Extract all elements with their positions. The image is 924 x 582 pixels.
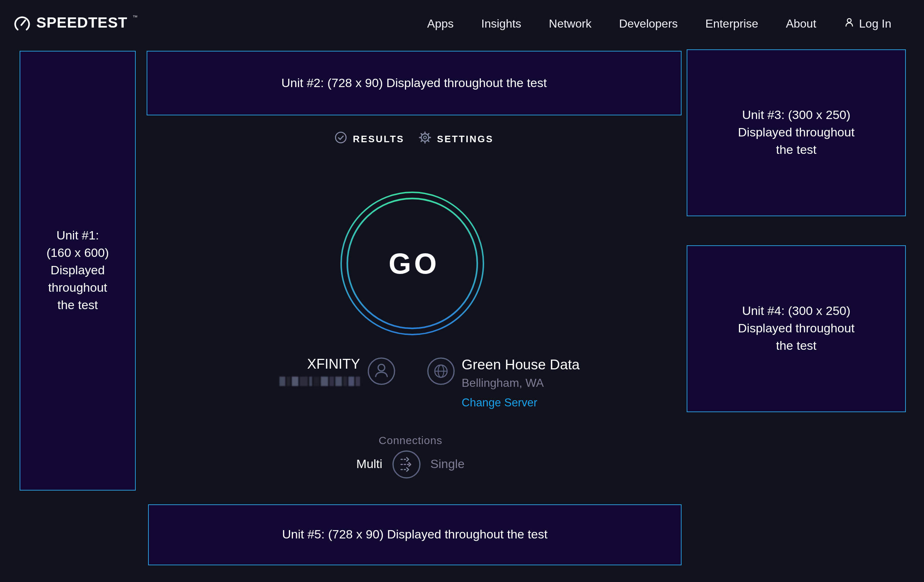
login-button[interactable]: Log In — [844, 17, 891, 30]
check-circle-icon — [335, 131, 347, 146]
nav-item-network[interactable]: Network — [549, 17, 591, 30]
isp-avatar-icon — [367, 357, 396, 385]
gauge-logo-icon — [13, 13, 31, 35]
redacted-ip — [279, 377, 360, 386]
ad-unit-1-skyscraper[interactable]: Unit #1: (160 x 600) Displayed throughou… — [20, 51, 136, 491]
ad-unit-1-text: Unit #1: (160 x 600) Displayed throughou… — [46, 227, 109, 314]
connections-toggle-icon[interactable] — [392, 450, 421, 479]
nav-item-developers[interactable]: Developers — [619, 17, 678, 30]
tab-settings-label: SETTINGS — [437, 133, 493, 144]
tab-results-label: RESULTS — [353, 133, 404, 144]
ad-unit-5-leaderboard[interactable]: Unit #5: (728 x 90) Displayed throughout… — [148, 505, 681, 565]
top-nav-bar: SPEEDTEST ™ Apps Insights Network Develo… — [0, 0, 924, 48]
nav-item-enterprise[interactable]: Enterprise — [706, 17, 759, 30]
ad-unit-2-text: Unit #2: (728 x 90) Displayed throughout… — [281, 74, 546, 92]
isp-name: XFINITY — [244, 357, 360, 371]
server-globe-icon — [427, 357, 455, 385]
server-location: Bellingham, WA — [462, 377, 579, 390]
speedtest-logo[interactable]: SPEEDTEST ™ — [13, 13, 137, 35]
connections-multi-option[interactable]: Multi — [356, 457, 383, 472]
main-nav: Apps Insights Network Developers Enterpr… — [427, 17, 891, 30]
ad-unit-3-text: Unit #3: (300 x 250) Displayed throughou… — [738, 107, 854, 159]
ad-unit-2-leaderboard[interactable]: Unit #2: (728 x 90) Displayed throughout… — [147, 51, 681, 115]
tab-settings[interactable]: SETTINGS — [419, 131, 493, 146]
change-server-link[interactable]: Change Server — [462, 396, 579, 409]
ad-unit-4-text: Unit #4: (300 x 250) Displayed throughou… — [738, 303, 854, 355]
connections-toggle-row: Multi Single — [147, 450, 674, 479]
gear-icon — [419, 131, 431, 146]
connections-heading: Connections — [147, 434, 674, 446]
logo-wordmark: SPEEDTEST — [36, 13, 127, 31]
login-label: Log In — [859, 17, 891, 30]
go-label: GO — [338, 190, 486, 338]
server-block: Green House Data Bellingham, WA Change S… — [462, 357, 579, 409]
speedtest-page: SPEEDTEST ™ Apps Insights Network Develo… — [0, 0, 924, 582]
go-button[interactable]: GO — [338, 190, 486, 338]
isp-block: XFINITY — [244, 357, 360, 389]
ad-unit-5-text: Unit #5: (728 x 90) Displayed throughout… — [282, 526, 547, 544]
ad-unit-4-rectangle[interactable]: Unit #4: (300 x 250) Displayed throughou… — [686, 245, 906, 412]
connections-single-option[interactable]: Single — [431, 457, 465, 472]
nav-item-about[interactable]: About — [786, 17, 816, 30]
trademark-mark: ™ — [132, 14, 137, 19]
nav-item-apps[interactable]: Apps — [427, 17, 454, 30]
nav-item-insights[interactable]: Insights — [481, 17, 521, 30]
server-name: Green House Data — [462, 357, 579, 371]
user-icon — [844, 17, 854, 30]
tab-results[interactable]: RESULTS — [335, 131, 404, 146]
results-settings-tabs: RESULTS SETTINGS — [147, 131, 681, 146]
ad-unit-3-rectangle[interactable]: Unit #3: (300 x 250) Displayed throughou… — [686, 49, 906, 216]
